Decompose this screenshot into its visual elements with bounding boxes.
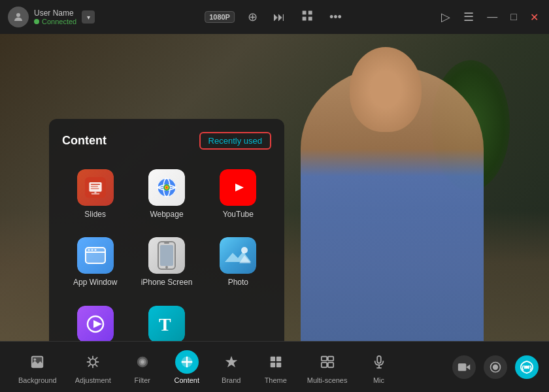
iphonescreen-label: iPhone Screen (141, 278, 193, 287)
svg-rect-3 (302, 16, 306, 20)
multiscenes-label: Multi-scenes (307, 376, 348, 384)
connected-dot (34, 19, 39, 24)
content-item-webpage[interactable]: Webpage (133, 163, 199, 225)
slides-icon (77, 169, 114, 206)
toolbar-item-background[interactable]: Background (10, 345, 65, 389)
play-icon[interactable]: ▷ (439, 7, 453, 27)
person-head (350, 47, 422, 132)
content-item-youtube[interactable]: YouTube (205, 163, 271, 225)
content-icon-wrap (175, 350, 199, 374)
svg-rect-28 (164, 242, 169, 244)
titlebar: User Name Connected ▾ 1080P ⊕ ⏭ ••• ▷ ☰ … (0, 0, 549, 34)
camera-button[interactable] (452, 355, 476, 379)
content-label: Content (174, 376, 199, 384)
background-icon (30, 355, 44, 369)
toolbar-item-theme[interactable]: Theme (255, 345, 297, 389)
content-item-iphonescreen[interactable]: iPhone Screen (133, 231, 199, 293)
content-item-slides[interactable]: Slides (62, 163, 128, 225)
svg-point-62 (493, 364, 498, 369)
maximize-button[interactable]: □ (508, 8, 520, 25)
theme-icon-wrap (264, 350, 288, 374)
theme-label: Theme (265, 376, 287, 384)
svg-point-37 (90, 359, 96, 365)
toolbar-right (452, 355, 539, 379)
background-icon-wrap (25, 350, 49, 374)
svg-point-30 (241, 247, 248, 253)
svg-rect-7 (90, 184, 99, 185)
user-dropdown[interactable]: ▾ (82, 10, 95, 24)
connected-status: Connected (34, 18, 76, 25)
content-item-text[interactable]: T Text Coming Soon (133, 299, 199, 341)
svg-rect-52 (271, 362, 275, 367)
youtube-icon (220, 169, 256, 206)
svg-point-0 (16, 13, 20, 17)
svg-rect-56 (321, 362, 326, 367)
svg-line-44 (95, 357, 97, 359)
zoom-icon[interactable]: ⊕ (245, 7, 260, 27)
svg-rect-10 (94, 191, 96, 193)
mic-label: Mic (373, 376, 384, 384)
user-name: User Name (34, 8, 76, 18)
skip-icon[interactable]: ⏭ (271, 8, 288, 27)
multiscenes-icon-wrap (316, 350, 339, 374)
svg-point-18 (165, 187, 167, 189)
toolbar-item-adjustment[interactable]: Adjustment (67, 345, 119, 389)
toolbar-items: Background Adjustment (10, 345, 452, 389)
more-icon[interactable]: ••• (327, 8, 344, 27)
svg-point-24 (91, 249, 93, 251)
webpage-label: Webpage (150, 210, 183, 219)
svg-point-23 (88, 249, 90, 251)
svg-point-64 (525, 365, 529, 368)
multiscenes-icon (320, 355, 335, 369)
content-panel-title: Content (62, 134, 107, 148)
minimize-button[interactable]: — (484, 8, 500, 25)
theme-icon (269, 355, 283, 369)
toolbar-item-mic[interactable]: Mic (358, 345, 400, 389)
record-button[interactable] (484, 355, 507, 379)
menu-icon[interactable]: ☰ (461, 7, 476, 27)
mic-icon (372, 355, 386, 369)
svg-rect-51 (276, 356, 281, 361)
filter-icon (135, 355, 150, 369)
svg-rect-55 (328, 356, 333, 360)
slides-label: Slides (84, 210, 106, 219)
svg-line-45 (88, 364, 90, 366)
content-item-photo[interactable]: Photo (205, 231, 271, 293)
svg-rect-2 (308, 10, 312, 14)
photo-icon (220, 237, 256, 274)
content-item-appwindow[interactable]: App Window (62, 231, 128, 293)
background-label: Background (18, 376, 57, 384)
content-header: Content Recently used (62, 132, 271, 150)
photo-label: Photo (228, 278, 248, 287)
text-icon: T (148, 306, 185, 341)
close-button[interactable]: ✕ (527, 8, 541, 26)
appwindow-label: App Window (73, 278, 117, 287)
svg-rect-9 (90, 188, 99, 189)
layout-icon[interactable] (298, 7, 316, 28)
svg-point-25 (94, 249, 96, 251)
svg-rect-6 (89, 182, 101, 191)
svg-rect-58 (377, 355, 381, 363)
svg-line-42 (88, 357, 90, 359)
titlebar-center: 1080P ⊕ ⏭ ••• (205, 7, 344, 28)
content-panel: Content Recently used (49, 119, 284, 341)
svg-rect-53 (276, 362, 281, 367)
video-icon (77, 306, 114, 341)
toolbar-item-brand[interactable]: Brand (210, 345, 252, 389)
broadcast-button[interactable] (515, 355, 539, 379)
svg-line-43 (95, 364, 97, 366)
brand-icon (224, 355, 239, 369)
titlebar-left: User Name Connected ▾ (8, 7, 95, 27)
mic-icon-wrap (367, 350, 391, 374)
user-info: User Name Connected (34, 8, 76, 25)
connected-label: Connected (42, 18, 76, 25)
resolution-badge[interactable]: 1080P (205, 11, 235, 23)
svg-rect-57 (328, 362, 333, 367)
svg-rect-61 (458, 363, 467, 371)
toolbar-item-filter[interactable]: Filter (122, 345, 163, 389)
toolbar-item-content[interactable]: Content (166, 345, 208, 389)
toolbar-item-multiscenes[interactable]: Multi-scenes (299, 345, 356, 389)
recently-used-tab[interactable]: Recently used (199, 132, 271, 150)
iphonescreen-icon (148, 237, 185, 274)
content-item-video[interactable]: Video (62, 299, 128, 341)
